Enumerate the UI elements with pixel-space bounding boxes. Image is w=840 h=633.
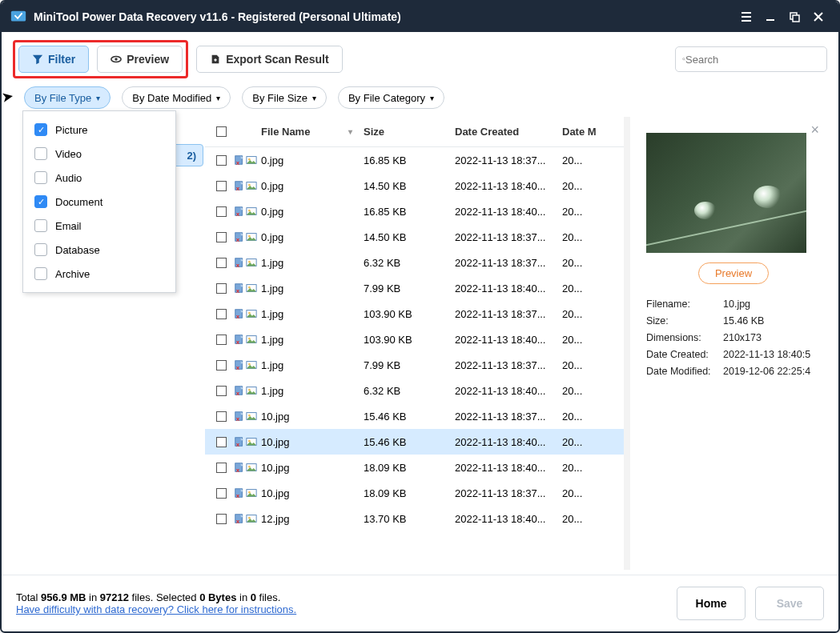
filter-by-category[interactable]: By File Category▾ <box>338 86 444 109</box>
col-created[interactable]: Date Created <box>455 126 562 138</box>
row-checkbox[interactable] <box>216 514 227 524</box>
svg-text:x: x <box>236 262 240 268</box>
row-checkbox[interactable] <box>216 232 227 242</box>
table-row[interactable]: x12.jpg13.70 KB2022-11-13 18:40...20... <box>205 506 624 531</box>
checkbox-icon <box>34 219 47 232</box>
row-checkbox[interactable] <box>216 258 227 268</box>
table-row[interactable]: x1.jpg6.32 KB2022-11-13 18:40...20... <box>205 378 624 403</box>
table-row[interactable]: x10.jpg18.09 KB2022-11-13 18:40...20... <box>205 455 624 480</box>
type-option-audio[interactable]: Audio <box>23 166 175 190</box>
file-type-dropdown: PictureVideoAudioDocumentEmailDatabaseAr… <box>22 110 176 293</box>
filter-by-date[interactable]: By Date Modified▾ <box>122 86 231 109</box>
cell-name: 0.jpg <box>258 231 364 243</box>
type-option-archive[interactable]: Archive <box>23 262 175 286</box>
cell-created: 2022-11-13 18:37... <box>455 257 562 269</box>
preview-button[interactable]: Preview <box>97 46 183 73</box>
cell-size: 7.99 KB <box>364 359 455 371</box>
cell-modified: 20... <box>562 513 598 525</box>
row-checkbox[interactable] <box>216 206 227 217</box>
col-size[interactable]: Size <box>364 126 455 138</box>
scrollbar[interactable] <box>624 117 630 570</box>
highlight-box: Filter Preview <box>13 40 188 78</box>
filter-button[interactable]: Filter <box>18 46 89 73</box>
type-option-picture[interactable]: Picture <box>23 118 175 142</box>
svg-text:x: x <box>236 518 240 524</box>
deleted-file-icon: x <box>234 154 245 166</box>
filter-label: Filter <box>48 53 75 66</box>
row-checkbox[interactable] <box>216 488 227 499</box>
row-checkbox[interactable] <box>216 386 227 396</box>
cell-modified: 20... <box>562 487 598 499</box>
cell-created: 2022-11-13 18:40... <box>455 385 562 397</box>
filter-by-type[interactable]: By File Type▾ <box>24 86 111 109</box>
table-row[interactable]: x1.jpg7.99 KB2022-11-13 18:40...20... <box>205 275 624 301</box>
row-checkbox[interactable] <box>216 360 227 371</box>
help-link[interactable]: Have difficulty with data recovery? Clic… <box>16 603 296 615</box>
cell-modified: 20... <box>562 206 598 218</box>
menu-icon[interactable] <box>734 5 758 29</box>
cell-size: 7.99 KB <box>364 282 455 294</box>
table-row[interactable]: x1.jpg6.32 KB2022-11-13 18:37...20... <box>205 250 624 275</box>
home-button[interactable]: Home <box>677 587 746 620</box>
row-checkbox[interactable] <box>216 437 227 447</box>
maximize-button[interactable] <box>782 5 806 29</box>
table-row[interactable]: x10.jpg15.46 KB2022-11-13 18:37...20... <box>205 403 624 429</box>
table-row[interactable]: x10.jpg15.46 KB2022-11-13 18:40...20... <box>205 429 624 455</box>
row-checkbox[interactable] <box>216 463 227 473</box>
save-button[interactable]: Save <box>755 587 824 620</box>
table-row[interactable]: x0.jpg14.50 KB2022-11-13 18:40...20... <box>205 173 624 198</box>
search-box[interactable] <box>675 46 827 72</box>
cell-name: 10.jpg <box>258 411 364 423</box>
table-row[interactable]: x0.jpg16.85 KB2022-11-13 18:40...20... <box>205 198 624 224</box>
cell-size: 14.50 KB <box>364 180 455 192</box>
table-row[interactable]: x1.jpg103.90 KB2022-11-13 18:40...20... <box>205 327 624 352</box>
table-row[interactable]: x0.jpg16.85 KB2022-11-13 18:37...20... <box>205 147 624 173</box>
cell-name: 0.jpg <box>258 206 364 218</box>
minimize-button[interactable] <box>758 5 782 29</box>
cell-modified: 20... <box>562 180 598 192</box>
table-row[interactable]: x1.jpg103.90 KB2022-11-13 18:37...20... <box>205 301 624 327</box>
type-option-database[interactable]: Database <box>23 238 175 262</box>
type-option-document[interactable]: Document <box>23 190 175 214</box>
totals-text: Total 956.9 MB in 97212 files. Selected … <box>16 591 296 603</box>
col-name[interactable]: File Name <box>261 126 310 138</box>
close-preview-button[interactable]: × <box>810 122 819 138</box>
cell-size: 6.32 KB <box>364 385 455 397</box>
table-row[interactable]: x1.jpg7.99 KB2022-11-13 18:37...20... <box>205 352 624 378</box>
cell-size: 103.90 KB <box>364 308 455 320</box>
type-option-email[interactable]: Email <box>23 214 175 238</box>
cell-modified: 20... <box>562 231 598 243</box>
row-checkbox[interactable] <box>216 309 227 319</box>
row-checkbox[interactable] <box>216 181 227 191</box>
cell-modified: 20... <box>562 359 598 371</box>
export-button[interactable]: Export Scan Result <box>196 46 342 73</box>
svg-text:x: x <box>236 364 240 371</box>
row-checkbox[interactable] <box>216 155 227 166</box>
window-title: MiniTool Power Data Recovery v11.6 - Reg… <box>34 10 734 23</box>
col-modified[interactable]: Date M <box>562 126 598 138</box>
deleted-file-icon: x <box>234 385 245 396</box>
cell-size: 15.46 KB <box>364 411 455 423</box>
svg-text:x: x <box>236 159 240 166</box>
deleted-file-icon: x <box>234 231 245 242</box>
image-file-icon <box>246 231 257 242</box>
filter-by-size[interactable]: By File Size▾ <box>242 86 327 109</box>
cell-modified: 20... <box>562 257 598 269</box>
table-row[interactable]: x0.jpg14.50 KB2022-11-13 18:37...20... <box>205 224 624 250</box>
open-preview-button[interactable]: Preview <box>698 262 769 284</box>
row-checkbox[interactable] <box>216 335 227 345</box>
cell-size: 6.32 KB <box>364 257 455 269</box>
cell-created: 2022-11-13 18:40... <box>455 334 562 346</box>
type-option-video[interactable]: Video <box>23 142 175 166</box>
cell-created: 2022-11-13 18:40... <box>455 206 562 218</box>
option-label: Email <box>55 220 82 232</box>
row-checkbox[interactable] <box>216 411 227 422</box>
select-all-checkbox[interactable] <box>216 126 227 137</box>
close-button[interactable] <box>806 5 830 29</box>
row-checkbox[interactable] <box>216 283 227 294</box>
table-row[interactable]: x10.jpg18.09 KB2022-11-13 18:37...20... <box>205 480 624 506</box>
deleted-file-icon: x <box>234 308 245 319</box>
cell-created: 2022-11-13 18:37... <box>455 411 562 423</box>
search-input[interactable] <box>685 54 820 66</box>
cell-name: 0.jpg <box>258 154 364 166</box>
